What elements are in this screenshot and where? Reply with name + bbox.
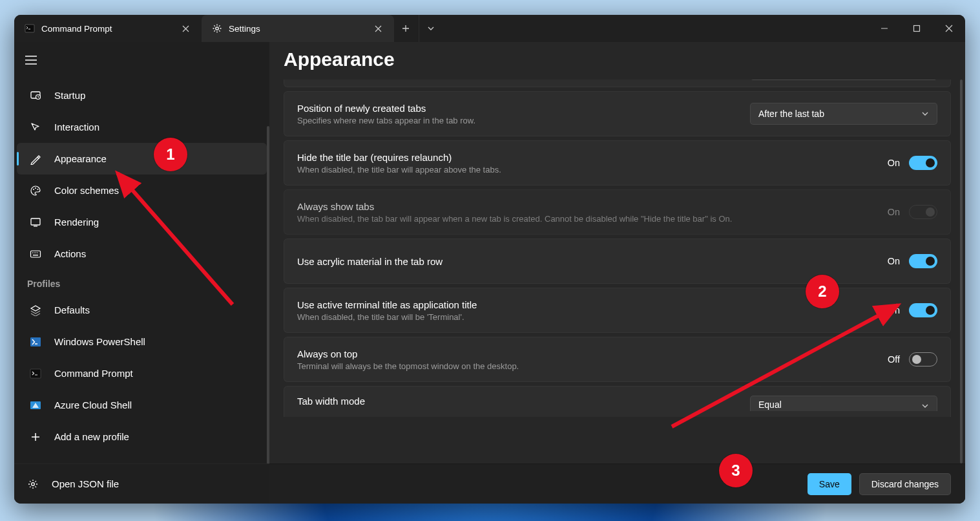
toggle-active-title[interactable] [909,303,937,317]
sidebar-list: Startup Interaction Appearance [14,74,269,463]
toggle-always-on-top[interactable] [909,352,937,367]
setting-title: Position of newly created tabs [297,103,737,114]
dropdown-value: After the last tab [758,109,824,119]
sidebar-footer-label: Open JSON file [52,478,119,489]
setting-active-title[interactable]: Use active terminal title as application… [284,288,951,333]
sidebar-item-label: Windows PowerShell [54,336,145,347]
svg-rect-0 [25,25,34,32]
close-window-button[interactable] [933,15,965,42]
sidebar-item-label: Appearance [54,153,107,164]
svg-rect-8 [31,218,40,225]
svg-rect-16 [30,369,41,378]
settings-scroll: Position of newly created tabs Specifies… [269,80,965,463]
terminal-icon [25,23,35,34]
svg-point-11 [34,252,34,253]
toggle-acrylic[interactable] [909,254,937,268]
setting-acrylic[interactable]: Use acrylic material in the tab row On [284,239,951,284]
close-tab-icon[interactable] [371,21,385,36]
setting-row-partial-top[interactable] [284,80,951,87]
hamburger-button[interactable] [17,46,45,74]
setting-desc: When disabled, the title bar will appear… [297,165,875,175]
setting-hide-title-bar[interactable]: Hide the title bar (requires relaunch) W… [284,140,951,186]
maximize-button[interactable] [901,15,933,42]
save-button[interactable]: Save [808,473,851,495]
setting-title: Use acrylic material in the tab row [297,256,875,267]
setting-desc: Terminal will always be the topmost wind… [297,361,875,371]
body: Startup Interaction Appearance [14,42,965,504]
tab-settings[interactable]: Settings [202,15,394,42]
setting-title: Always on top [297,348,875,359]
svg-point-1 [216,27,218,30]
setting-desc: When disabled, the title bar will be 'Te… [297,312,875,322]
powershell-icon [30,336,41,348]
setting-always-on-top[interactable]: Always on top Terminal will always be th… [284,337,951,382]
annotation-2: 2 [806,275,839,308]
dropdown-tab-position[interactable]: After the last tab [750,103,937,125]
annotation-1: 1 [154,138,187,171]
setting-desc: When disabled, the tab bar will appear w… [297,214,875,224]
chevron-down-icon [921,110,929,118]
sidebar-item-defaults[interactable]: Defaults [17,294,267,326]
sidebar: Startup Interaction Appearance [14,42,269,504]
sidebar-item-label: Startup [54,90,85,101]
gear-icon [27,478,39,490]
rendering-icon [30,217,41,228]
setting-title: Tab width mode [297,396,737,407]
sidebar-profiles-header: Profiles [14,270,269,294]
sidebar-item-add-profile[interactable]: Add a new profile [17,421,267,452]
defaults-icon [30,304,41,316]
svg-point-7 [37,189,39,190]
svg-point-6 [35,187,36,189]
setting-tab-width[interactable]: Tab width mode Equal [284,386,951,417]
discard-button[interactable]: Discard changes [859,473,951,495]
minimize-button[interactable] [868,15,901,42]
chevron-down-icon [921,402,929,410]
sidebar-open-json[interactable]: Open JSON file [14,463,269,504]
main-scrollbar[interactable] [960,80,963,463]
sidebar-item-label: Interaction [54,122,99,133]
tab-label: Settings [229,24,260,34]
sidebar-item-label: Defaults [54,304,90,315]
sidebar-item-label: Rendering [54,217,99,228]
sidebar-item-label: Color schemes [54,185,119,196]
toggle-state: On [888,207,900,217]
toggle-state: On [888,305,900,315]
sidebar-item-label: Add a new profile [54,431,129,442]
sidebar-item-rendering[interactable]: Rendering [17,206,267,238]
sidebar-item-actions[interactable]: Actions [17,238,267,270]
app-window: Command Prompt Settings [14,15,965,504]
close-tab-icon[interactable] [178,21,193,36]
page-title: Appearance [269,42,965,80]
sidebar-item-interaction[interactable]: Interaction [17,111,267,143]
setting-desc: Specifies where new tabs appear in the t… [297,116,737,125]
sidebar-item-appearance[interactable]: Appearance [17,143,267,175]
interaction-icon [30,122,41,133]
tab-command-prompt[interactable]: Command Prompt [14,15,202,42]
toggle-always-show-tabs [909,205,937,219]
new-tab-button[interactable] [394,15,417,42]
toggle-state: Off [888,354,900,365]
terminal-icon [30,368,41,379]
dropdown-partial[interactable] [750,80,937,80]
dropdown-tab-width[interactable]: Equal [750,396,937,411]
plus-icon [30,431,41,443]
sidebar-item-powershell[interactable]: Windows PowerShell [17,326,267,357]
sidebar-item-label: Azure Cloud Shell [54,399,132,410]
sidebar-item-startup[interactable]: Startup [17,80,267,111]
setting-tab-position[interactable]: Position of newly created tabs Specifies… [284,91,951,136]
setting-title: Hide the title bar (requires relaunch) [297,152,875,163]
annotation-3: 3 [719,454,753,487]
svg-rect-2 [914,26,920,32]
dropdown-value: Equal [758,399,782,410]
sidebar-item-azure[interactable]: Azure Cloud Shell [17,389,267,421]
sidebar-item-color-schemes[interactable]: Color schemes [17,175,267,206]
sidebar-item-label: Actions [54,248,86,259]
setting-title: Always show tabs [297,201,875,212]
svg-point-18 [32,482,35,485]
sidebar-item-label: Command Prompt [54,368,133,379]
setting-always-show-tabs[interactable]: Always show tabs When disabled, the tab … [284,189,951,235]
toggle-hide-title-bar[interactable] [909,156,937,170]
sidebar-item-command-prompt[interactable]: Command Prompt [17,357,267,389]
tab-dropdown-button[interactable] [419,15,442,42]
svg-point-13 [37,252,37,253]
